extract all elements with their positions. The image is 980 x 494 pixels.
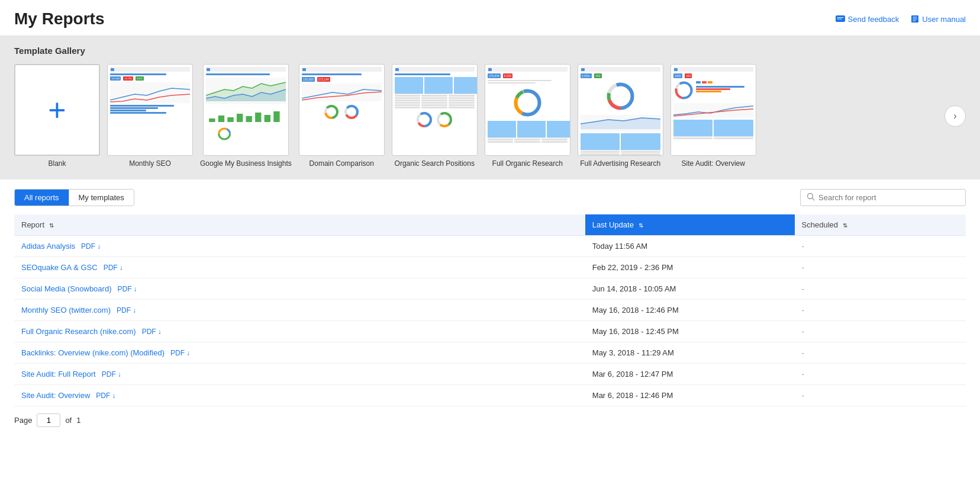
page-header: My Reports Send feedback User manual [0, 0, 980, 36]
template-label-full-organic-research: Full Organic Research [492, 159, 563, 168]
page-input[interactable] [37, 413, 60, 427]
table-row: Adidas AnalysisPDF↓Today 11:56 AM- [14, 236, 966, 257]
template-domain-comparison[interactable]: 125,000 272,144 [299, 64, 385, 168]
header-links: Send feedback User manual [836, 15, 966, 24]
pdf-link[interactable]: PDF↓ [81, 242, 101, 251]
pdf-link[interactable]: PDF↓ [104, 264, 123, 272]
report-name-link[interactable]: Social Media (Snowboard) [21, 284, 111, 293]
last-update-cell: Today 11:56 AM [585, 236, 795, 257]
gallery-container: + Blank 123,456 25,796 8,832 [14, 64, 966, 168]
pdf-link[interactable]: PDF↓ [117, 306, 136, 315]
pdf-link[interactable]: PDF↓ [117, 285, 137, 293]
gallery-items: + Blank 123,456 25,796 8,832 [14, 64, 940, 168]
template-label-domain-comparison: Domain Comparison [310, 159, 374, 168]
gallery-title: Template Gallery [14, 46, 966, 56]
col-header-last-update[interactable]: Last Update ⇅ [585, 214, 795, 236]
scheduled-cell: - [795, 364, 966, 385]
tab-group: All reports My templates [14, 189, 134, 206]
tab-all-reports[interactable]: All reports [15, 190, 69, 206]
scheduled-cell: - [795, 300, 966, 321]
scheduled-cell: - [795, 257, 966, 278]
scheduled-cell: - [795, 342, 966, 364]
pdf-label: PDF [81, 242, 95, 251]
reports-section: All reports My templates Report ⇅ Last U… [0, 179, 980, 434]
scheduled-cell: - [795, 278, 966, 300]
template-blank[interactable]: + Blank [14, 64, 100, 168]
pdf-link[interactable]: PDF↓ [102, 370, 121, 378]
pdf-label: PDF [104, 264, 118, 272]
col-header-scheduled[interactable]: Scheduled ⇅ [795, 214, 966, 236]
template-monthly-seo[interactable]: 123,456 25,796 8,832 [107, 64, 193, 168]
download-icon: ↓ [186, 349, 190, 357]
user-manual-link[interactable]: User manual [911, 15, 966, 24]
svg-rect-4 [209, 118, 215, 122]
pdf-label: PDF [142, 328, 156, 336]
send-feedback-link[interactable]: Send feedback [836, 15, 900, 24]
download-icon: ↓ [133, 306, 136, 315]
report-name-link[interactable]: Site Audit: Full Report [21, 370, 96, 378]
reports-table: Report ⇅ Last Update ⇅ Scheduled ⇅ Adida… [14, 214, 966, 406]
report-name-link[interactable]: Full Organic Research (nike.com) [21, 327, 136, 336]
template-gmb[interactable]: Google My Business Insights [200, 64, 292, 168]
svg-rect-8 [246, 116, 252, 122]
template-label-blank: Blank [48, 159, 66, 168]
manual-icon [911, 15, 919, 23]
last-update-cell: Jun 14, 2018 - 10:05 AM [585, 278, 795, 300]
gallery-next-button[interactable]: › [944, 105, 966, 127]
report-name-link[interactable]: Site Audit: Overview [21, 391, 90, 400]
pdf-label: PDF [102, 370, 116, 378]
template-site-audit-overview[interactable]: 1000 342 [670, 64, 756, 168]
svg-rect-6 [227, 117, 233, 122]
template-label-gmb: Google My Business Insights [200, 159, 292, 168]
last-update-cell: Mar 6, 2018 - 12:46 PM [585, 385, 795, 406]
svg-marker-35 [581, 118, 660, 129]
report-name-link[interactable]: Monthly SEO (twitter.com) [21, 306, 111, 315]
pdf-label: PDF [117, 285, 131, 293]
tab-my-templates[interactable]: My templates [69, 190, 134, 206]
template-label-organic-search-positions: Organic Search Positions [395, 159, 475, 168]
table-row: SEOquake GA & GSCPDF↓Feb 22, 2019 - 2:36… [14, 257, 966, 278]
table-row: Site Audit: OverviewPDF↓Mar 6, 2018 - 12… [14, 385, 966, 406]
page-label: Page [14, 416, 32, 425]
pdf-link[interactable]: PDF↓ [142, 328, 162, 336]
last-update-cell: May 16, 2018 - 12:45 PM [585, 321, 795, 342]
template-thumb-organic-search-positions [392, 64, 478, 156]
download-icon: ↓ [112, 392, 115, 400]
pagination: Page of 1 [14, 406, 966, 434]
reports-toolbar: All reports My templates [14, 189, 966, 206]
template-thumb-domain-comparison: 125,000 272,144 [299, 64, 385, 156]
svg-line-40 [813, 198, 815, 201]
plus-icon: + [48, 95, 66, 126]
search-input[interactable] [818, 193, 959, 202]
last-update-cell: May 3, 2018 - 11:29 AM [585, 342, 795, 364]
scheduled-cell: - [795, 385, 966, 406]
download-icon: ↓ [133, 285, 137, 293]
template-thumb-blank: + [14, 64, 100, 156]
col-header-report[interactable]: Report ⇅ [14, 214, 585, 236]
template-full-advertising-research[interactable]: 5,000+ 342 [578, 64, 663, 168]
pdf-label: PDF [96, 392, 110, 400]
report-name-link[interactable]: Backlinks: Overview (nike.com) (Modified… [21, 348, 165, 357]
search-icon [807, 193, 815, 203]
download-icon: ↓ [158, 328, 162, 336]
search-box [800, 189, 966, 206]
last-update-cell: May 16, 2018 - 12:46 PM [585, 300, 795, 321]
pdf-link[interactable]: PDF↓ [96, 392, 115, 400]
download-icon: ↓ [118, 370, 121, 378]
sort-arrows-report: ⇅ [49, 222, 54, 229]
template-gallery: Template Gallery + Blank 123,456 [0, 36, 980, 179]
report-name-link[interactable]: Adidas Analysis [21, 242, 75, 251]
pdf-label: PDF [117, 306, 131, 315]
table-row: Full Organic Research (nike.com)PDF↓May … [14, 321, 966, 342]
template-full-organic-research[interactable]: 176,644 8,832 [485, 64, 570, 168]
last-update-cell: Mar 6, 2018 - 12:47 PM [585, 364, 795, 385]
template-thumb-site-audit-overview: 1000 342 [670, 64, 756, 156]
svg-rect-5 [218, 116, 224, 122]
last-update-cell: Feb 22, 2019 - 2:36 PM [585, 257, 795, 278]
sort-arrows-last-update: ⇅ [639, 222, 643, 229]
report-name-link[interactable]: SEOquake GA & GSC [21, 263, 98, 272]
download-icon: ↓ [120, 264, 123, 272]
pdf-link[interactable]: PDF↓ [170, 349, 190, 357]
template-organic-search-positions[interactable]: Organic Search Positions [392, 64, 478, 168]
svg-rect-11 [273, 111, 279, 122]
